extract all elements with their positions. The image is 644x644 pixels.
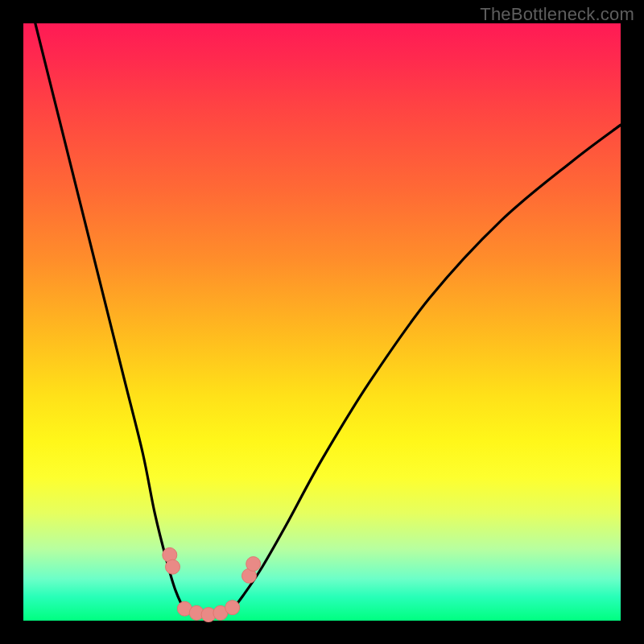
- bottleneck-curve: [35, 23, 621, 616]
- marker-trough-e: [225, 601, 240, 615]
- marker-left-upper-pair-b: [166, 559, 180, 574]
- chart-frame: TheBottleneck.com: [0, 0, 644, 644]
- watermark-text: TheBottleneck.com: [480, 4, 634, 25]
- marker-right-upper-pair-b: [246, 557, 261, 572]
- marker-group: [163, 547, 261, 621]
- plot-area: [23, 23, 621, 621]
- chart-svg: [23, 23, 621, 621]
